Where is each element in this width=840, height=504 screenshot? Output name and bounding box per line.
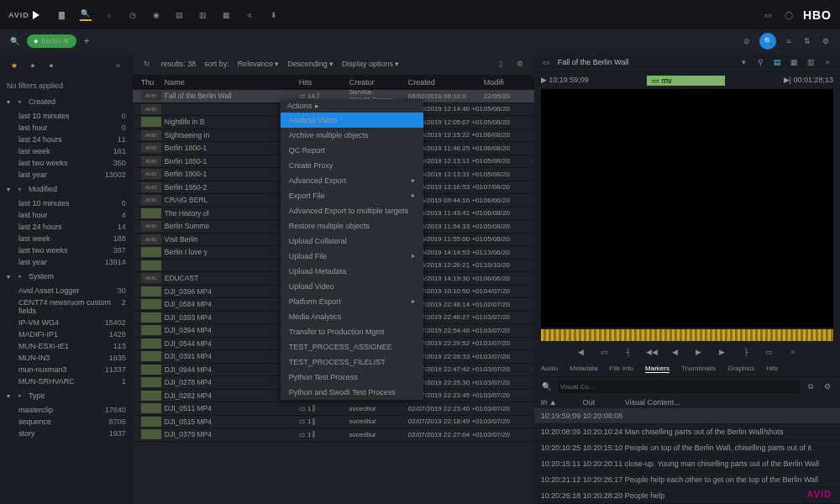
marker-row[interactable]: 10:20:15:1110:20:20:11close-up. Young ma… (534, 456, 840, 472)
sidebar-item[interactable]: MADIFI-IP11428 (7, 328, 126, 340)
x-icon[interactable]: ● (45, 60, 57, 71)
table-row[interactable]: DJI_0511 MP4▭ 1 svceditor02/07/2019 22:2… (133, 402, 534, 416)
timeline-scrubber[interactable] (541, 329, 833, 341)
display-dropdown[interactable]: Display options ▾ (342, 60, 399, 68)
in-icon[interactable]: ▭ (599, 346, 611, 358)
ctx-menu-item[interactable]: Export File▸ (281, 188, 423, 203)
chip-remove-icon[interactable]: ✕ (63, 37, 70, 45)
preview-tab[interactable]: Audio (541, 365, 558, 373)
ctx-menu-item[interactable]: Restore multiple objects (281, 218, 423, 234)
search-tab-icon[interactable]: 🔍 (80, 9, 92, 21)
page-icon[interactable]: ▥ (197, 9, 209, 21)
marker-row[interactable]: 10:19:59;0910:20:08;08 (534, 408, 840, 424)
check-icon[interactable]: ● (27, 60, 39, 71)
marker-row[interactable]: 10:20:26:1810:20:28:20People help (534, 488, 840, 504)
marker-row[interactable]: 10:20:10:2510:20:15:10People on top of t… (534, 440, 840, 456)
sidebar-item[interactable]: last year13914 (7, 256, 126, 268)
sidebar-item[interactable]: masterclip17840 (7, 404, 126, 416)
sidebar-item[interactable]: last 10 minutes0 (7, 197, 126, 209)
table-row[interactable]: DJI_0515 MP4▭ 1 svceditor02/07/2019 22:1… (133, 416, 534, 429)
ctx-menu-item[interactable]: Archive multiple objects (281, 128, 423, 143)
preview-tab[interactable]: Thumbnails (681, 365, 716, 373)
next-icon[interactable]: ▶ (717, 346, 728, 358)
marker-row[interactable]: 10:20:21:1210:20:26:17People help each o… (534, 472, 840, 488)
more-icon[interactable]: » (822, 56, 833, 68)
sidebar-item[interactable]: last 24 hours14 (7, 221, 126, 233)
ctx-menu-item[interactable]: Python and SwodI Test Process (281, 385, 423, 400)
download-icon[interactable]: ⬇ (268, 9, 280, 21)
add-chip-button[interactable]: + (83, 35, 89, 47)
sidebar-item[interactable]: last week188 (7, 233, 126, 244)
chevron-down-icon[interactable]: ▾ (738, 56, 749, 68)
order-dropdown[interactable]: Descending ▾ (287, 60, 333, 68)
sort-icon[interactable]: ⇅ (801, 35, 813, 47)
sidebar-item[interactable]: IP-VM WG415402 (7, 317, 126, 328)
refresh-icon[interactable]: ↻ (141, 58, 153, 70)
ctx-menu-item[interactable]: Python Test Process (281, 370, 423, 385)
doc-icon[interactable]: ▤ (174, 9, 186, 21)
ctx-menu-item[interactable]: TEST_PROCESS_ASSIGNEE (281, 339, 423, 354)
preview-tab[interactable]: File Info (610, 365, 633, 373)
ctx-menu-item[interactable]: Media Analytics (281, 309, 423, 324)
search-icon[interactable]: 🔍 (8, 35, 20, 47)
video-viewport[interactable] (541, 89, 833, 328)
link-icon[interactable]: ⬨ (103, 9, 115, 21)
prev-icon[interactable]: ◀ (669, 346, 681, 358)
sidebar-item[interactable]: Avid Asset Logger30 (7, 285, 126, 297)
ctx-menu-item[interactable]: Platform Export▸ (281, 294, 423, 309)
marker-row[interactable]: 10:20:08:0910:20:10:24Man chiselling par… (534, 424, 840, 440)
marker-search-input[interactable] (558, 381, 800, 393)
preview-tab[interactable]: Metadata (570, 365, 597, 373)
ctx-menu-item[interactable]: TEST_PROCESS_FILELIST (281, 354, 423, 370)
sidebar-item[interactable]: story1937 (7, 428, 126, 439)
list-icon[interactable]: ≡ (783, 35, 795, 47)
ctx-menu-item[interactable]: Analyse Video (281, 113, 423, 128)
ctx-menu-item[interactable]: Upload File▸ (281, 249, 423, 264)
ctx-menu-item[interactable]: Upload Collateral (281, 234, 423, 249)
sidebar-item[interactable]: last two weeks387 (7, 244, 126, 256)
ctx-menu-item[interactable]: Upload Metadata (281, 264, 423, 279)
sidebar-section-head[interactable]: ▾ ▪ System (7, 268, 126, 285)
sidebar-item[interactable]: MUN-ESXi-IE1113 (7, 340, 126, 352)
sidebar-item[interactable]: CENT74 newsroom custom fields2 (7, 297, 126, 317)
preview-tab[interactable]: Graphics (727, 365, 754, 373)
sort-dropdown[interactable]: Relevance ▾ (238, 60, 280, 68)
preview-tab[interactable]: Hits (766, 365, 778, 373)
table-row[interactable]: DJI_0379 MP4▭ 1 svceditor02/07/2019 22:2… (133, 428, 534, 442)
sidebar-item[interactable]: last two weeks350 (7, 157, 126, 169)
sidebar-item[interactable]: last year13002 (7, 169, 126, 181)
copy-icon[interactable]: ⧉ (805, 381, 816, 392)
ctx-menu-item[interactable]: QC Report (281, 143, 423, 158)
share-icon[interactable]: ⪡ (244, 9, 256, 21)
pin-icon[interactable]: ⚲ (754, 56, 766, 68)
sidebar-section-head[interactable]: ▾ ▪ Type (7, 387, 126, 404)
sidebar-item[interactable]: last hour4 (7, 209, 126, 221)
layout2-icon[interactable]: ▦ (788, 56, 800, 68)
rewind-icon[interactable]: ◀◀ (646, 346, 658, 358)
sidebar-item[interactable]: last hour0 (7, 122, 126, 134)
ctx-menu-item[interactable]: Upload Video (281, 279, 423, 294)
sidebar-section-head[interactable]: ▾ ▪ Created (7, 93, 126, 110)
sidebar-item[interactable]: last week161 (7, 145, 126, 157)
folder-icon[interactable]: ▇ (56, 9, 68, 21)
notify-icon[interactable]: ▭ (763, 9, 774, 21)
settings-icon[interactable]: ⚙ (820, 35, 832, 47)
sidebar-item[interactable]: MUN-IN31935 (7, 352, 126, 364)
layout3-icon[interactable]: ▥ (805, 56, 816, 68)
marker-icon[interactable]: ◀ (575, 346, 587, 358)
gear-icon[interactable]: ⚙ (514, 58, 526, 70)
ctx-menu-item[interactable]: Transfer to Production Mgmt (281, 324, 423, 339)
ctx-menu-item[interactable]: Create Proxy (281, 158, 423, 173)
grid-icon[interactable]: ▦ (221, 9, 233, 21)
sidebar-item[interactable]: last 24 hours11 (7, 134, 126, 145)
play-icon[interactable]: ▶ (693, 346, 705, 358)
out-icon[interactable]: ▭ (764, 346, 775, 358)
sidebar-item[interactable]: MUN-SRHVARC1 (7, 375, 126, 387)
more2-icon[interactable]: » (787, 346, 799, 358)
search-chip[interactable]: ● berlin ✕ (27, 34, 76, 48)
columns-icon[interactable]: ▯ (496, 58, 507, 70)
clock-icon[interactable]: ◷ (127, 9, 139, 21)
step-back-icon[interactable]: ┤ (622, 346, 634, 358)
sidebar-item[interactable]: sequence8706 (7, 416, 126, 428)
sidebar-item[interactable]: mun-nuxman311337 (7, 364, 126, 375)
